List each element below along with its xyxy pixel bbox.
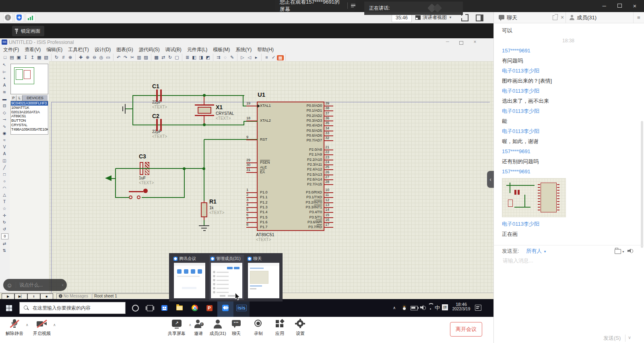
isis-close-button[interactable]: × — [469, 39, 481, 46]
new-file-icon[interactable]: □ — [2, 54, 8, 61]
step-button[interactable]: ▶▏ — [14, 293, 27, 299]
component-mode-icon[interactable]: ▻ — [0, 68, 9, 75]
meeting-control-camera[interactable]: 开启视频 — [31, 319, 53, 337]
tab-chat[interactable]: 聊天 — [507, 12, 517, 23]
label-mode-icon[interactable]: A — [0, 82, 9, 89]
zoom-all-icon[interactable]: ◎ — [98, 54, 105, 61]
qq-tray-icon[interactable] — [402, 304, 407, 311]
tencent-meeting-taskbar-icon[interactable] — [217, 299, 233, 318]
packaging-tool-icon[interactable]: ◨ — [198, 54, 204, 61]
send-button[interactable]: 发送(S) — [603, 335, 621, 342]
device-item-4[interactable]: AT89C51 — [11, 114, 48, 118]
start-button[interactable] — [0, 299, 18, 317]
device-item-3[interactable]: 02013A220JAT2A — [11, 110, 48, 114]
redo-icon[interactable]: ↷ — [122, 54, 129, 61]
battery-icon[interactable] — [411, 306, 418, 310]
tray-expand-icon[interactable]: ∧ — [393, 306, 396, 310]
taskbar-preview-3[interactable]: 聊天 — [246, 255, 281, 300]
emoji-icon[interactable]: ☺ — [6, 282, 12, 289]
goto-sheet-icon[interactable]: ▸ — [253, 54, 260, 61]
generator-mode-icon[interactable]: ≈ — [0, 137, 9, 143]
copy-icon[interactable]: ▥ — [136, 54, 142, 61]
wifi-icon[interactable] — [427, 305, 433, 310]
minimize-button[interactable]: ─ — [597, 0, 611, 12]
marker-2d-icon[interactable]: ✛ — [0, 212, 9, 219]
save-file-icon[interactable]: ▣ — [15, 54, 22, 61]
device-item-1[interactable]: 9C04021A3000FLHF3 — [11, 101, 48, 106]
leave-meeting-button[interactable]: 离开会议 — [450, 322, 482, 337]
quick-message-bubble[interactable]: ☺ 说点什么... ‹ — [3, 279, 67, 291]
voltage-probe-icon[interactable]: V — [0, 143, 9, 150]
send-options-caret-icon[interactable]: ∨ — [628, 335, 631, 340]
meeting-control-caret[interactable]: ∧ — [26, 323, 29, 327]
chat-image-message[interactable] — [502, 178, 566, 217]
script-mode-icon[interactable]: ≋ — [0, 89, 9, 96]
zoom-out-icon[interactable]: ⊖ — [91, 54, 98, 61]
bom-icon[interactable]: ≡ — [263, 54, 270, 61]
send-to-caret-icon[interactable]: ▼ — [543, 250, 547, 254]
cortana-icon[interactable] — [127, 299, 143, 317]
menu-item-4[interactable]: 工具栏(T) — [68, 46, 89, 53]
rotate-cw-icon[interactable]: ↻ — [0, 219, 9, 226]
graph-mode-icon[interactable]: ∿ — [0, 123, 9, 130]
meeting-control-mute[interactable]: 解除静音 — [3, 319, 26, 337]
search-tag-icon[interactable]: ◌ — [222, 54, 229, 61]
arc-2d-icon[interactable]: ◠ — [0, 185, 9, 191]
current-probe-icon[interactable]: A — [0, 150, 9, 157]
menu-item-1[interactable]: 文件(F) — [3, 46, 19, 53]
menu-item-10[interactable]: 模板(M) — [213, 46, 230, 53]
file-explorer-icon[interactable] — [171, 299, 188, 317]
block-move-icon[interactable]: ⇄ — [160, 54, 167, 61]
clock[interactable]: 18:46 2022/3/19 — [451, 302, 472, 311]
rotate-ccw-icon[interactable]: ↺ — [0, 226, 9, 233]
panel-menu-icon[interactable]: ≡ — [637, 12, 640, 23]
file-send-icon[interactable]: ▼ — [615, 248, 621, 253]
open-file-icon[interactable]: ▤ — [8, 54, 15, 61]
network-signal-icon[interactable] — [26, 13, 35, 22]
import-file-icon[interactable]: ↧ — [22, 54, 29, 61]
menu-item-3[interactable]: 编辑(E) — [46, 46, 62, 53]
block-copy-icon[interactable]: ▩ — [153, 54, 160, 61]
paste-icon[interactable]: ▨ — [142, 54, 149, 61]
chat-scrollbar[interactable] — [641, 121, 643, 248]
stop-button[interactable]: ■ — [40, 293, 53, 299]
volume-icon[interactable] — [420, 305, 426, 310]
popout-panel-icon[interactable] — [553, 15, 557, 20]
search-input[interactable] — [32, 305, 114, 311]
meeting-control-apps[interactable]: 应用 — [268, 319, 291, 337]
text-2d-icon[interactable]: T — [0, 198, 9, 205]
cut-icon[interactable]: ✂ — [129, 54, 136, 61]
meeting-control-record[interactable]: 录制 — [247, 319, 270, 337]
isis-maximize-button[interactable] — [455, 39, 468, 46]
sound-icon[interactable] — [627, 248, 634, 254]
zoom-area-icon[interactable]: ▭ — [105, 54, 111, 61]
junction-mode-icon[interactable]: + — [0, 75, 9, 82]
pause-button[interactable]: ‖ — [27, 293, 40, 299]
collapse-panel-handle[interactable]: ‹ — [487, 171, 494, 188]
task-view-icon[interactable] — [142, 299, 158, 317]
language-indicator[interactable]: 中 — [435, 304, 440, 312]
terminal-mode-icon[interactable]: ◇ — [0, 109, 9, 116]
mirror-y-icon[interactable]: ⇅ — [0, 247, 9, 254]
play-button[interactable]: ▶ — [2, 293, 14, 299]
security-shield-icon[interactable]: ✚ — [14, 13, 24, 22]
toggle-grid-icon[interactable]: # — [60, 54, 67, 61]
banner-menu-icon[interactable] — [351, 3, 355, 8]
device-item-2[interactable]: 10WATT1K — [11, 106, 48, 110]
selector-icon[interactable]: ↖ — [0, 61, 9, 68]
maximize-button[interactable] — [613, 0, 626, 12]
close-chat-icon[interactable]: × — [561, 12, 564, 23]
collapse-bubble-icon[interactable]: ‹ — [62, 282, 64, 288]
action-center-icon[interactable] — [475, 305, 481, 311]
meeting-control-caret[interactable]: ∧ — [53, 323, 56, 327]
device-item-6[interactable]: CRYSTAL — [11, 123, 48, 127]
refresh-icon[interactable]: ↻ — [53, 54, 60, 61]
pin-mode-icon[interactable]: ⊸ — [0, 116, 9, 123]
symbol-2d-icon[interactable]: ☆ — [0, 205, 9, 212]
decompose-icon[interactable]: ◩ — [204, 54, 211, 61]
circle-2d-icon[interactable]: ○ — [0, 178, 9, 185]
fullscreen-icon[interactable] — [461, 14, 469, 21]
remove-sheet-icon[interactable]: ◁ — [246, 54, 253, 61]
line-2d-icon[interactable]: ╱ — [0, 164, 9, 171]
send-to-selector[interactable]: 所有人 — [526, 248, 542, 254]
